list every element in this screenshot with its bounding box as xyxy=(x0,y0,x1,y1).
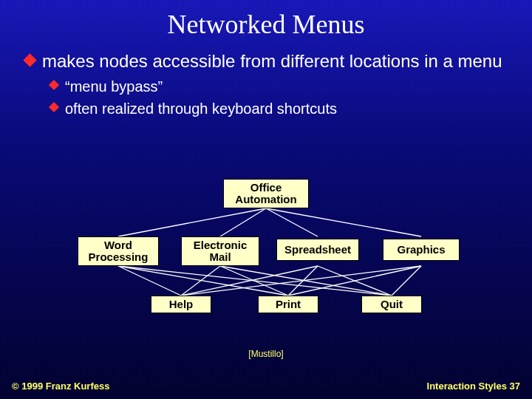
content-area: makes nodes accessible from different lo… xyxy=(0,40,532,118)
bullet-main: makes nodes accessible from different lo… xyxy=(25,50,511,72)
bullet-main-text: makes nodes accessible from different lo… xyxy=(42,50,502,72)
bullet-sub-1: “menu bypass” xyxy=(50,77,511,96)
svg-line-9 xyxy=(220,266,392,296)
svg-line-15 xyxy=(392,266,421,296)
svg-line-8 xyxy=(220,266,288,296)
page-number: Interaction Styles 37 xyxy=(427,381,520,392)
node-graphics: Graphics xyxy=(383,239,460,261)
node-spreadsheet: Spreadsheet xyxy=(276,239,359,261)
diamond-icon xyxy=(49,80,59,90)
copyright: © 1999 Franz Kurfess xyxy=(12,381,109,392)
bullet-sub1-text: “menu bypass” xyxy=(65,77,163,96)
svg-line-3 xyxy=(266,208,421,236)
diamond-icon xyxy=(49,102,59,112)
node-office-automation: Office Automation xyxy=(223,179,309,208)
svg-line-13 xyxy=(181,266,421,296)
diamond-icon xyxy=(23,53,36,66)
footer: © 1999 Franz Kurfess Interaction Styles … xyxy=(12,381,520,392)
node-quit: Quit xyxy=(361,296,422,313)
node-electronic-mail: Electronic Mail xyxy=(181,236,259,266)
node-help: Help xyxy=(151,296,211,313)
slide-title: Networked Menus xyxy=(0,0,532,40)
node-print: Print xyxy=(258,296,318,313)
bullet-sub-2: often realized through keyboard shortcut… xyxy=(50,99,511,118)
diagram: Office Automation Word Processing Electr… xyxy=(0,177,532,355)
citation: [Mustillo] xyxy=(0,349,532,359)
node-word-processing: Word Processing xyxy=(78,236,159,266)
bullet-sub2-text: often realized through keyboard shortcut… xyxy=(65,99,337,118)
svg-line-4 xyxy=(118,266,181,296)
